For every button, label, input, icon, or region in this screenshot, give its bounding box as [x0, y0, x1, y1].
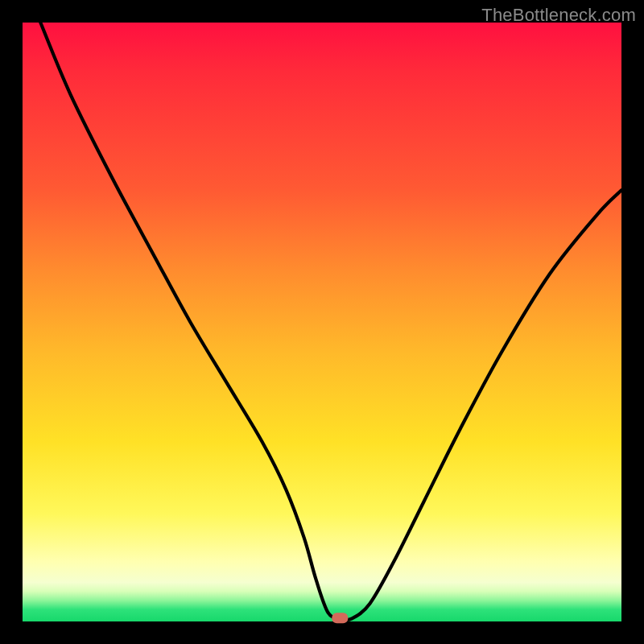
chart-frame: TheBottleneck.com [0, 0, 644, 644]
curve-path [40, 23, 621, 620]
plot-area [23, 23, 621, 621]
optimal-point-marker [332, 613, 348, 623]
bottleneck-curve [23, 23, 621, 621]
watermark-text: TheBottleneck.com [481, 5, 636, 26]
